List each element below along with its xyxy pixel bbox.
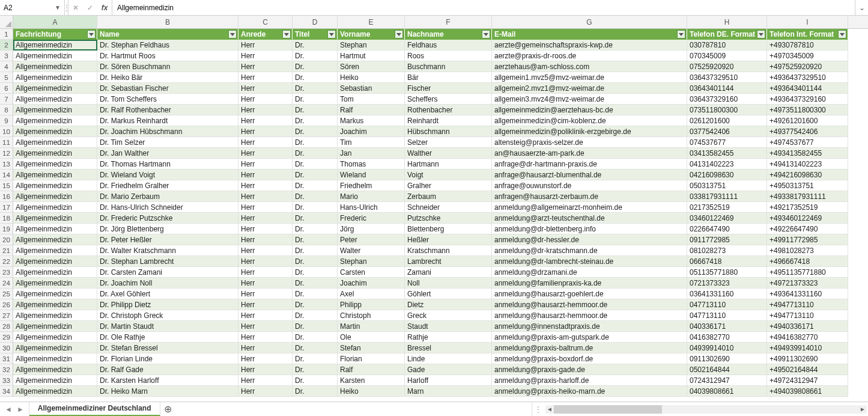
formula-input[interactable] [112, 0, 855, 15]
cell[interactable]: 036437329160 [687, 94, 767, 105]
cell[interactable]: Hans-Ulrich [338, 202, 405, 213]
cell[interactable]: Gralher [405, 180, 492, 191]
cell[interactable]: anfrage@hausarzt-blumenthal.de [492, 170, 687, 180]
cell[interactable]: Dr. Frederic Putzschke [97, 213, 238, 224]
cell[interactable]: Sören [338, 61, 405, 72]
cell[interactable]: anmeldung@arzt-teutschenthal.de [492, 213, 687, 224]
cell[interactable]: Allgemeinmedizin [13, 159, 97, 170]
cell[interactable]: Dr. Carsten Zamani [97, 267, 238, 278]
cell[interactable]: Dr. [293, 94, 338, 105]
cell[interactable]: Thomas [338, 159, 405, 170]
cell[interactable]: an@hausaerzte-am-park.de [492, 148, 687, 159]
cell[interactable]: Dr. [293, 50, 338, 61]
row-header-1[interactable]: 1 [0, 29, 13, 40]
cell[interactable]: Herr [238, 126, 293, 137]
cell[interactable]: 0217352519 [687, 202, 767, 213]
cell[interactable]: Dr. Tom Scheffers [97, 94, 238, 105]
cell[interactable]: Herr [238, 310, 293, 321]
cell[interactable]: Allgemeinmedizin [13, 40, 97, 50]
filter-icon[interactable] [838, 30, 846, 38]
cell[interactable]: Herr [238, 289, 293, 299]
cell[interactable]: +4940336171 [767, 321, 848, 332]
cell[interactable]: Fischer [405, 83, 492, 94]
row-header-6[interactable]: 6 [0, 83, 13, 94]
column-header-B[interactable]: B [97, 16, 238, 28]
cell[interactable]: aerzte@gemeinschaftspraxis-kwp.de [492, 40, 687, 50]
cell[interactable]: +494039808661 [767, 386, 848, 397]
cell[interactable]: Herr [238, 94, 293, 105]
cell[interactable]: +4947713110 [767, 310, 848, 321]
cell[interactable]: Herr [238, 245, 293, 256]
cell[interactable]: Herr [238, 364, 293, 375]
cell[interactable]: 0261201600 [687, 115, 767, 126]
cell[interactable]: 073511800300 [687, 105, 767, 115]
cell[interactable]: Dr. [293, 83, 338, 94]
cell[interactable]: Allgemeinmedizin [13, 126, 97, 137]
cell[interactable]: 03641331160 [687, 289, 767, 299]
cell[interactable]: anmeldung@praxis-baltrum.de [492, 343, 687, 353]
cell[interactable]: Herr [238, 148, 293, 159]
cell[interactable]: Dr. [293, 256, 338, 267]
cell[interactable]: Herr [238, 50, 293, 61]
cell[interactable]: Allgemeinmedizin [13, 61, 97, 72]
cell[interactable]: Herr [238, 234, 293, 245]
cell[interactable]: anmeldung@praxis-harloff.de [492, 375, 687, 386]
cell[interactable]: Herr [238, 115, 293, 126]
row-header-30[interactable]: 30 [0, 343, 13, 353]
cell[interactable]: Allgemeinmedizin [13, 267, 97, 278]
row-header-5[interactable]: 5 [0, 72, 13, 83]
column-header-E[interactable]: E [338, 16, 405, 28]
row-header-18[interactable]: 18 [0, 213, 13, 224]
cell[interactable]: 04131402223 [687, 159, 767, 170]
column-header-A[interactable]: A [13, 16, 97, 28]
cell[interactable]: Herr [238, 170, 293, 180]
cell[interactable]: Allgemeinmedizin [13, 332, 97, 343]
cell[interactable]: Peter [338, 234, 405, 245]
cell[interactable]: anmeldung@praxis-boxdorf.de [492, 353, 687, 364]
cell[interactable]: Allgemeinmedizin [13, 245, 97, 256]
cell[interactable]: Marn [405, 386, 492, 397]
cell[interactable]: allgemeinmedizin@poliklinik-erzgebirge.d… [492, 126, 687, 137]
cell[interactable]: 04216098630 [687, 170, 767, 180]
cell[interactable]: Axel [338, 289, 405, 299]
cell[interactable]: +496667418 [767, 256, 848, 267]
cell[interactable]: Bär [405, 72, 492, 83]
cell[interactable]: anmeldung@dr-hessler.de [492, 234, 687, 245]
cell[interactable]: 0911302690 [687, 353, 767, 364]
cell[interactable]: anmeldung@praxis-heiko-marn.de [492, 386, 687, 397]
cell[interactable]: Dr. Jörg Blettenberg [97, 224, 238, 234]
cell[interactable]: Dr. [293, 202, 338, 213]
cell[interactable]: Frederic [338, 213, 405, 224]
cell[interactable]: Hartmut [338, 50, 405, 61]
cell[interactable]: Ralf [338, 105, 405, 115]
cell[interactable]: 0226647490 [687, 224, 767, 234]
cell[interactable]: aerzte@praxis-dr-roos.de [492, 50, 687, 61]
cell[interactable]: anmeldung@drzamani.de [492, 267, 687, 278]
cell[interactable]: Scheffers [405, 94, 492, 105]
cell[interactable]: Allgemeinmedizin [13, 83, 97, 94]
cell[interactable]: Dr. Ralf Gade [97, 364, 238, 375]
cell[interactable]: Dr. Ole Rathje [97, 332, 238, 343]
cell[interactable]: 081028273 [687, 245, 767, 256]
cell[interactable]: Allgemeinmedizin [13, 94, 97, 105]
cell[interactable]: Herr [238, 202, 293, 213]
cell[interactable]: anmeldung@praxis-am-gutspark.de [492, 332, 687, 343]
cell[interactable]: Dr. [293, 364, 338, 375]
cell[interactable]: Allgemeinmedizin [13, 310, 97, 321]
cell[interactable]: 0377542406 [687, 126, 767, 137]
cell[interactable]: Jörg [338, 224, 405, 234]
cell[interactable]: Dr. Philipp Dietz [97, 299, 238, 310]
cell[interactable]: Selzer [405, 137, 492, 148]
filter-icon[interactable] [327, 30, 336, 38]
cell[interactable]: +49261201600 [767, 115, 848, 126]
row-header-22[interactable]: 22 [0, 256, 13, 267]
row-header-31[interactable]: 31 [0, 353, 13, 364]
cell[interactable]: Dr. [293, 72, 338, 83]
cell[interactable]: anmeldung@hausarzt-hemmoor.de [492, 299, 687, 310]
cell[interactable]: Allgemeinmedizin [13, 234, 97, 245]
cell[interactable]: Walther [405, 148, 492, 159]
cell[interactable]: Allgemeinmedizin [13, 278, 97, 289]
cell[interactable]: Tom [338, 94, 405, 105]
cell[interactable]: Dr. Sebastian Fischer [97, 83, 238, 94]
cell[interactable]: Herr [238, 332, 293, 343]
